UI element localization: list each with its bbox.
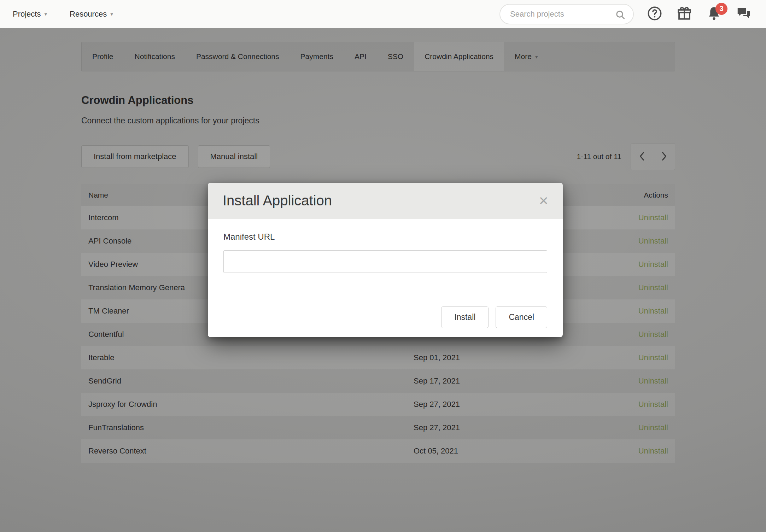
install-application-modal: Install Application ✕ Manifest URL Insta… xyxy=(208,183,563,337)
resources-menu-label: Resources xyxy=(70,10,107,19)
notification-count-badge: 3 xyxy=(715,3,727,15)
search-icon xyxy=(615,9,626,22)
gift-icon xyxy=(676,5,692,23)
gift-button[interactable] xyxy=(676,5,693,23)
modal-header: Install Application ✕ xyxy=(208,183,563,219)
main-menu: Projects ▾ Resources ▾ xyxy=(13,10,113,19)
top-navigation-bar: Projects ▾ Resources ▾ xyxy=(0,0,766,28)
modal-body: Manifest URL xyxy=(208,219,563,295)
chat-icon xyxy=(736,5,752,23)
install-button[interactable]: Install xyxy=(441,306,489,328)
search-box xyxy=(499,4,634,24)
chevron-down-icon: ▾ xyxy=(110,11,113,17)
manifest-url-label: Manifest URL xyxy=(223,232,547,242)
modal-title: Install Application xyxy=(223,193,332,209)
manifest-url-input[interactable] xyxy=(223,250,547,273)
messages-button[interactable] xyxy=(735,5,753,23)
help-button[interactable] xyxy=(646,5,663,23)
projects-menu[interactable]: Projects ▾ xyxy=(13,10,47,19)
close-icon[interactable]: ✕ xyxy=(539,195,549,207)
chevron-down-icon: ▾ xyxy=(44,11,47,17)
help-icon xyxy=(647,5,663,23)
modal-footer: Install Cancel xyxy=(208,295,563,337)
resources-menu[interactable]: Resources ▾ xyxy=(70,10,113,19)
cancel-button[interactable]: Cancel xyxy=(496,306,547,328)
notifications-button[interactable]: 3 xyxy=(705,5,723,23)
search-input[interactable] xyxy=(500,5,633,24)
topbar-actions: 3 xyxy=(499,4,753,24)
projects-menu-label: Projects xyxy=(13,10,41,19)
